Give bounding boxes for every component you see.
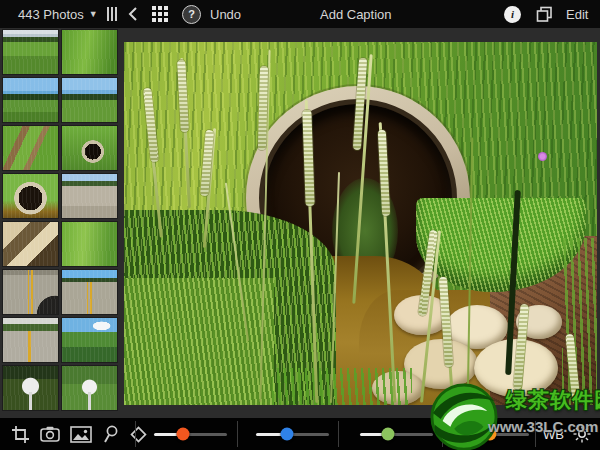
thumbnail-grid <box>0 28 122 410</box>
slider-track[interactable] <box>154 433 227 436</box>
edit-button[interactable]: Edit <box>566 0 588 28</box>
slider-handle[interactable] <box>281 428 294 441</box>
watermark: 绿茶软件园 www.33LC.com <box>428 380 600 450</box>
tool-icons-group <box>0 425 135 444</box>
editor-canvas-area <box>122 28 600 418</box>
slider-handle[interactable] <box>177 428 190 441</box>
thumbnail-tall-grass[interactable] <box>62 222 117 266</box>
watermark-title: 绿茶软件园 <box>506 386 600 414</box>
thumbnail-columns-icon[interactable] <box>107 0 117 28</box>
thumbnail-field-with-dirt-path[interactable] <box>3 126 58 170</box>
thumbnail-road-yellow-line-shadow[interactable] <box>3 270 58 314</box>
foreground-grass-left-bright <box>124 278 274 405</box>
duplicate-icon[interactable] <box>536 0 553 28</box>
info-icon[interactable]: i <box>504 0 521 28</box>
thumbnail-white-dish-green-field[interactable] <box>62 366 117 410</box>
undo-button[interactable]: Undo <box>210 0 241 28</box>
camera-icon[interactable] <box>40 426 60 442</box>
photo-canvas[interactable] <box>124 42 597 405</box>
slider-track[interactable] <box>360 433 433 436</box>
thumbnail-field-treeline-blue-sky[interactable] <box>3 78 58 122</box>
photos-dropdown[interactable]: 443 Photos ▼ <box>18 0 98 28</box>
crop-icon[interactable] <box>11 425 30 444</box>
thumbnail-white-dish-dark-field[interactable] <box>3 366 58 410</box>
thumbnail-culvert-closeup[interactable] <box>3 174 58 218</box>
thumbnail-green-grass-field[interactable] <box>62 30 117 74</box>
thumbnail-sidebar <box>0 28 122 418</box>
adjustment-slider-3 <box>339 418 442 450</box>
watermark-url: www.33LC.com <box>488 418 598 435</box>
top-toolbar: 443 Photos ▼ ? Undo Add Caption i Edit <box>0 0 600 28</box>
photos-count-label: 443 Photos <box>18 7 84 22</box>
thumbnail-culvert-in-field[interactable] <box>62 126 117 170</box>
green-tea-logo-icon <box>428 382 500 450</box>
adjustment-slider-1 <box>136 418 237 450</box>
loupe-icon[interactable] <box>102 425 119 443</box>
adjustment-slider-2 <box>238 418 338 450</box>
slider-handle[interactable] <box>381 428 394 441</box>
purple-flower <box>538 152 547 161</box>
thumbnail-field-treeline-blue-sky-2[interactable] <box>62 78 117 122</box>
thumbnail-rocks-and-water[interactable] <box>3 222 58 266</box>
thumbnail-road-yellow-line-sky[interactable] <box>62 270 117 314</box>
grid-icon[interactable] <box>151 0 169 28</box>
chevron-down-icon: ▼ <box>89 9 98 19</box>
thumbnail-gravel-road[interactable] <box>62 174 117 218</box>
photo-icon[interactable] <box>70 426 92 443</box>
thumbnail-grass-field-with-sky[interactable] <box>3 30 58 74</box>
help-icon[interactable]: ? <box>182 0 201 28</box>
thumbnail-bushes-and-clouds[interactable] <box>62 318 117 362</box>
slider-track[interactable] <box>256 433 329 436</box>
add-caption-button[interactable]: Add Caption <box>320 0 392 28</box>
thumbnail-road-yellow-line-pale-sky[interactable] <box>3 318 58 362</box>
back-chevron-icon[interactable] <box>127 0 139 28</box>
